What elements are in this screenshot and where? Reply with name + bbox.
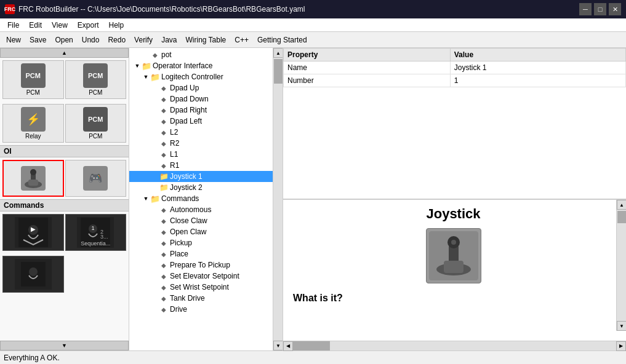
- dot-icon-r2: ◆: [159, 138, 169, 148]
- tree-item-autonomous[interactable]: ◆ Autonomous: [129, 204, 273, 215]
- expand-r1: [150, 161, 159, 170]
- undo-button[interactable]: Undo: [78, 34, 103, 46]
- java-button[interactable]: Java: [158, 34, 180, 46]
- commands-section-header: Commands: [0, 199, 129, 212]
- help-scrollbar[interactable]: ▲ ▼: [616, 200, 626, 331]
- tree-item-dpad-right[interactable]: ◆ Dpad Right: [129, 105, 273, 116]
- tree-item-pickup[interactable]: ◆ Pickup: [129, 237, 273, 248]
- tree-item-prepare-pickup[interactable]: ◆ Prepare To Pickup: [129, 259, 273, 271]
- save-button[interactable]: Save: [26, 34, 50, 46]
- folder-icon-joystick1: 📁: [159, 172, 169, 181]
- expand-joystick2: [150, 183, 159, 192]
- tree-item-joystick2[interactable]: 📁 Joystick 2: [129, 182, 273, 193]
- palette-cmd3[interactable]: [2, 256, 64, 293]
- tree-scroll-up[interactable]: ▲: [273, 48, 283, 58]
- palette-item-pcm1[interactable]: PCM PCM: [2, 60, 64, 99]
- pcm1-label: PCM: [26, 89, 40, 96]
- palette-cmd2[interactable]: 1 2 3... Sequentia...: [65, 214, 127, 251]
- tree-item-logitech[interactable]: ▼ 📁 Logitech Controller: [129, 71, 273, 82]
- tree-item-commands[interactable]: ▼ 📁 Commands: [129, 193, 273, 204]
- menu-edit[interactable]: Edit: [24, 20, 47, 31]
- tree-item-operator-interface[interactable]: ▼ 📁 Operator Interface: [129, 60, 273, 71]
- close-button[interactable]: ✕: [609, 3, 621, 15]
- palette-item-pcm3[interactable]: PCM PCM: [65, 104, 127, 143]
- tree-item-r2[interactable]: ◆ R2: [129, 138, 273, 149]
- folder-icon-oi: 📁: [142, 61, 151, 71]
- tree-panel[interactable]: ◆ pot ▼ 📁 Operator Interface ▼ 📁 Logitec…: [129, 48, 283, 350]
- left-panel: ▲ PCM PCM PCM PCM ⚡ Relay PCM PCM OI: [0, 48, 129, 350]
- toolbar: New Save Open Undo Redo Verify Java Wiri…: [0, 32, 626, 48]
- h-scroll-left[interactable]: ◀: [283, 341, 293, 351]
- tree-label-dpad-left: Dpad Left: [170, 117, 202, 125]
- cpp-button[interactable]: C++: [231, 34, 252, 46]
- expand-l1: [150, 150, 159, 159]
- expand-autonomous: [150, 205, 159, 214]
- svg-rect-18: [444, 261, 463, 273]
- wiring-table-button[interactable]: Wiring Table: [182, 34, 230, 46]
- h-scroll-right[interactable]: ▶: [616, 341, 626, 351]
- tree-item-open-claw[interactable]: ◆ Open Claw: [129, 226, 273, 237]
- expand-place: [150, 250, 159, 258]
- status-text: Everything A OK.: [4, 354, 60, 362]
- horizontal-scrollbar[interactable]: ◀ ▶: [283, 341, 626, 350]
- tree-item-place[interactable]: ◆ Place: [129, 248, 273, 259]
- expand-oi[interactable]: ▼: [133, 61, 142, 70]
- dot-icon: ◆: [150, 50, 160, 60]
- expand-dpad-up: [150, 84, 159, 92]
- tree-item-dpad-left[interactable]: ◆ Dpad Left: [129, 116, 273, 127]
- palette-cmd1[interactable]: ▶: [2, 214, 64, 251]
- tree-item-close-claw[interactable]: ◆ Close Claw: [129, 215, 273, 226]
- menu-file[interactable]: File: [2, 20, 24, 31]
- tree-item-joystick1[interactable]: 📁 Joystick 1: [129, 171, 273, 182]
- prop-number-value[interactable]: 1: [450, 74, 625, 87]
- new-button[interactable]: New: [2, 34, 25, 46]
- tree-item-pot[interactable]: ◆ pot: [129, 49, 273, 60]
- tree-scroll-track: [273, 58, 283, 341]
- tree-label-dpad-up: Dpad Up: [170, 84, 199, 92]
- maximize-button[interactable]: □: [594, 3, 606, 15]
- dot-icon-dpad-left: ◆: [159, 116, 169, 126]
- scroll-down-button[interactable]: ▼: [0, 341, 129, 350]
- tree-item-dpad-up[interactable]: ◆ Dpad Up: [129, 82, 273, 93]
- prop-name-value[interactable]: Joystick 1: [450, 61, 625, 74]
- oi-section-header: OI: [0, 145, 129, 157]
- expand-logitech[interactable]: ▼: [142, 73, 150, 81]
- tree-item-dpad-down[interactable]: ◆ Dpad Down: [129, 93, 273, 105]
- h-scroll-track: [293, 341, 616, 350]
- tree-item-l1[interactable]: ◆ L1: [129, 149, 273, 160]
- minimize-button[interactable]: ─: [579, 3, 592, 15]
- help-scroll-down[interactable]: ▼: [617, 321, 626, 331]
- scroll-up-button[interactable]: ▲: [0, 48, 129, 58]
- properties-section: Property Value Name Joystick 1 Number 1: [283, 48, 626, 199]
- tree-label-dpad-down: Dpad Down: [170, 95, 209, 103]
- main-area: ▲ PCM PCM PCM PCM ⚡ Relay PCM PCM OI: [0, 48, 626, 350]
- tree-item-tank-drive[interactable]: ◆ Tank Drive: [129, 293, 273, 304]
- tree-label-oi: Operator Interface: [153, 61, 212, 70]
- palette-item-pcm2[interactable]: PCM PCM: [65, 60, 127, 99]
- tree-item-wrist[interactable]: ◆ Set Wrist Setpoint: [129, 282, 273, 293]
- palette-item-relay[interactable]: ⚡ Relay: [2, 104, 64, 143]
- open-button[interactable]: Open: [51, 34, 76, 46]
- palette-joystick-selected[interactable]: [2, 160, 64, 197]
- tree-item-elevator[interactable]: ◆ Set Elevator Setpoint: [129, 271, 273, 282]
- getting-started-button[interactable]: Getting Started: [254, 34, 311, 46]
- tree-scroll-down[interactable]: ▼: [273, 341, 283, 350]
- tree-item-drive[interactable]: ◆ Drive: [129, 304, 273, 315]
- app-icon: FRC: [5, 4, 15, 14]
- tree-item-l2[interactable]: ◆ L2: [129, 127, 273, 138]
- menu-export[interactable]: Export: [73, 20, 104, 31]
- statusbar: Everything A OK.: [0, 350, 626, 364]
- expand-commands[interactable]: ▼: [142, 194, 150, 203]
- menu-view[interactable]: View: [47, 20, 73, 31]
- help-scroll-up[interactable]: ▲: [617, 200, 626, 210]
- expand-dpad-right: [150, 106, 159, 114]
- verify-button[interactable]: Verify: [130, 34, 156, 46]
- menu-help[interactable]: Help: [104, 20, 129, 31]
- tree-label-r1: R1: [170, 161, 179, 170]
- redo-button[interactable]: Redo: [104, 34, 129, 46]
- dot-icon-place: ◆: [159, 249, 169, 259]
- folder-icon-logitech: 📁: [150, 72, 160, 82]
- palette-gamepad[interactable]: 🎮: [65, 160, 127, 197]
- tree-scrollbar[interactable]: ▲ ▼: [273, 48, 283, 350]
- tree-item-r1[interactable]: ◆ R1: [129, 160, 273, 171]
